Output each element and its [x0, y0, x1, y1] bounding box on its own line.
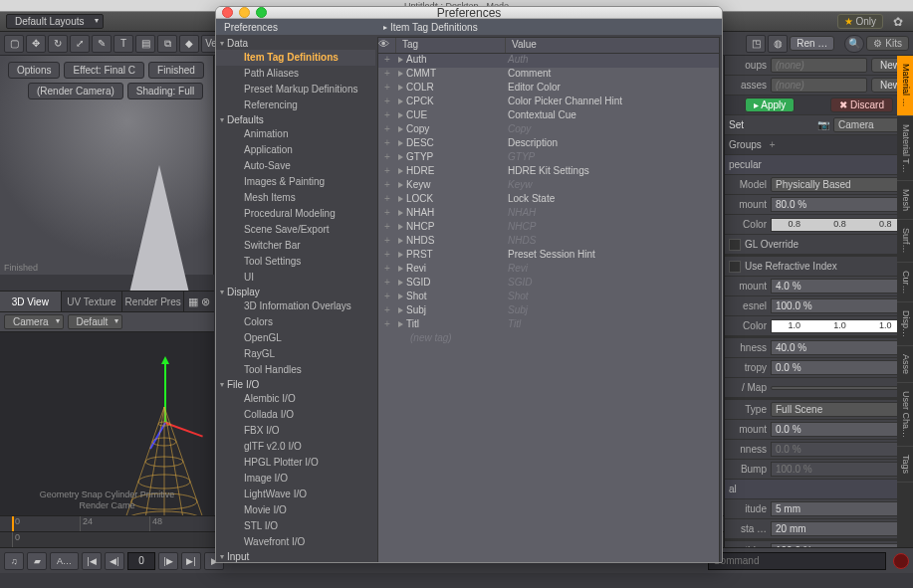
refractive-check[interactable] [729, 261, 741, 273]
search-icon[interactable]: 🔍 [844, 35, 864, 53]
settings-gear-icon[interactable]: ✿ [889, 15, 907, 29]
frame-field[interactable] [127, 552, 155, 570]
playhead[interactable] [12, 516, 14, 531]
tag-row[interactable]: +CUEContextual Cue [378, 109, 719, 123]
tool-t-icon[interactable]: T [114, 35, 133, 53]
tag-row[interactable]: +ReviRevi [378, 263, 719, 277]
pref-item[interactable]: OpenGL [216, 330, 375, 346]
tag-row[interactable]: +GTYPGTYP [378, 151, 719, 165]
tab-uv-texture[interactable]: UV Texture [62, 292, 123, 311]
go-start-icon[interactable]: |◀ [82, 552, 102, 570]
pref-item[interactable]: Switcher Bar [216, 238, 375, 254]
shading-default-dropdown[interactable]: Default [68, 314, 123, 329]
effect-button[interactable]: Effect: Final C [64, 62, 144, 79]
tab-material-t[interactable]: Material T… [897, 116, 913, 182]
color2-field[interactable]: 1.01.01.0 [771, 319, 909, 333]
value-column-header[interactable]: Value [506, 38, 719, 53]
passes-dd[interactable]: (none) [771, 78, 867, 93]
render-button[interactable]: Ren … [790, 36, 834, 51]
tag-row[interactable]: +CMMTComment [378, 68, 719, 82]
pref-tree[interactable]: DataItem Tag DefinitionsPath AliasesPres… [216, 35, 375, 563]
pref-item[interactable]: Image I/O [216, 471, 375, 487]
pref-item[interactable]: Auto-Save [216, 158, 375, 174]
pref-item[interactable]: 3D Information Overlays [216, 298, 375, 314]
model-dd[interactable]: Physically Based [771, 177, 909, 192]
tag-row[interactable]: +LOCKLock State [378, 193, 719, 207]
tab-disp[interactable]: Disp… [897, 302, 913, 346]
tab-grid-options[interactable]: ▦ ⊗ [184, 292, 214, 311]
pref-item[interactable]: UI [216, 270, 375, 286]
tag-row[interactable]: +CopyCopy [378, 123, 719, 137]
options-button[interactable]: Options [8, 62, 60, 79]
tab-tags[interactable]: Tags [897, 447, 913, 483]
tab-material[interactable]: Material … [897, 56, 913, 116]
pref-item[interactable]: Alembic I/O [216, 391, 375, 407]
tool-rotate-icon[interactable]: ↻ [48, 35, 68, 53]
pref-item[interactable]: Item Tag Definitions [216, 50, 375, 66]
amount3-field[interactable]: 0.0 % [771, 422, 909, 437]
gradient-icon[interactable]: ▰ [27, 552, 47, 570]
tool-scale-icon[interactable]: ⤢ [70, 35, 90, 53]
tab-usercha[interactable]: User Cha… [897, 383, 913, 447]
fresnel-field[interactable]: 100.0 % [771, 298, 909, 313]
tag-column-header[interactable]: Tag [396, 38, 506, 53]
tag-row[interactable]: +DESCDescription [378, 137, 719, 151]
pref-item[interactable]: Scene Save/Export [216, 222, 375, 238]
render-camera-button[interactable]: (Render Camera) [28, 83, 123, 99]
command-field[interactable] [708, 552, 886, 570]
pref-item[interactable]: FBX I/O [216, 423, 375, 439]
tag-row[interactable]: +KeywKeyw [378, 179, 719, 193]
pref-item[interactable]: Procedural Modeling [216, 206, 375, 222]
record-button[interactable] [893, 553, 909, 569]
anisotropy-field[interactable]: 0.0 % [771, 360, 909, 375]
tool-cube-icon[interactable]: ▢ [4, 35, 24, 53]
tag-row[interactable]: +HDREHDRE Kit Settings [378, 165, 719, 179]
pref-titlebar[interactable]: Preferences [216, 7, 722, 19]
pref-category[interactable]: Data [216, 37, 375, 50]
pref-category[interactable]: File I/O [216, 378, 375, 391]
tag-row[interactable]: +TitlTitl [378, 318, 719, 332]
step-back-icon[interactable]: ◀| [105, 552, 124, 570]
pref-category[interactable]: Display [216, 286, 375, 298]
shading-button[interactable]: Shading: Full [127, 83, 203, 99]
tag-row[interactable]: +SubjSubj [378, 304, 719, 318]
tag-row[interactable]: +NHAHNHAH [378, 207, 719, 221]
gl-override-check[interactable] [729, 239, 741, 251]
pref-item[interactable]: HPGL Plotter I/O [216, 455, 375, 471]
tag-row[interactable]: +NHDSNHDS [378, 235, 719, 249]
finished-button[interactable]: Finished [148, 62, 204, 79]
tab-mesh[interactable]: Mesh [897, 181, 913, 220]
music-icon[interactable]: ♫ [4, 552, 24, 570]
tab-asse[interactable]: Asse [897, 346, 913, 383]
tool-move-icon[interactable]: ✥ [26, 35, 46, 53]
tool-dup-icon[interactable]: ⧉ [157, 35, 177, 53]
eye-column[interactable]: 👁 [378, 38, 396, 53]
pref-item[interactable]: Tool Handles [216, 362, 375, 378]
pref-category[interactable]: Defaults [216, 113, 375, 126]
tag-row[interactable]: +ShotShot [378, 291, 719, 304]
pref-item[interactable]: Path Aliases [216, 66, 375, 82]
tag-row[interactable]: +AuthAuth [378, 54, 719, 68]
tab-cur[interactable]: Cur… [897, 263, 913, 303]
pref-item[interactable]: Collada I/O [216, 407, 375, 423]
tag-row[interactable]: +COLREditor Color [378, 82, 719, 96]
amount-field[interactable]: 80.0 % [771, 197, 909, 212]
groups-dd[interactable]: (none) [771, 58, 867, 73]
pref-item[interactable]: Tool Settings [216, 254, 375, 270]
go-end-icon[interactable]: ▶| [181, 552, 201, 570]
tab-3d-view[interactable]: 3D View [0, 292, 62, 311]
pref-item[interactable]: glTF v2.0 I/O [216, 439, 375, 455]
color-field[interactable]: 0.80.80.8 [771, 218, 909, 232]
pref-item[interactable]: STL I/O [216, 518, 375, 534]
pref-item[interactable]: Images & Painting [216, 174, 375, 190]
kits-button[interactable]: ⚙ Kits [866, 36, 909, 51]
pref-item[interactable]: Preset Markup Definitions [216, 82, 375, 98]
thing-field[interactable]: 100.0 % [771, 543, 909, 547]
pref-item[interactable]: Movie I/O [216, 502, 375, 518]
tag-row[interactable]: +NHCPNHCP [378, 221, 719, 235]
tool-edit-icon[interactable]: ✎ [92, 35, 112, 53]
earth-icon[interactable]: ◍ [768, 35, 788, 53]
sta-field[interactable]: 20 mm [771, 521, 909, 536]
tab-surf[interactable]: Surf… [897, 220, 913, 263]
pref-item[interactable]: RayGL [216, 346, 375, 362]
